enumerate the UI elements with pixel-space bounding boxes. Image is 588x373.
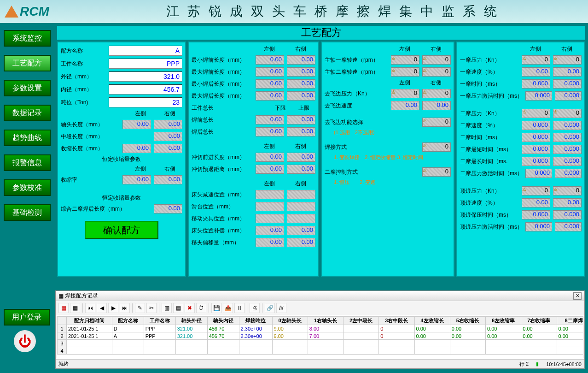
grid-cell[interactable] — [144, 347, 175, 355]
tb-prev-icon[interactable]: ◀ — [97, 303, 107, 313]
tb-pause-icon[interactable]: ⏸ — [234, 303, 245, 313]
param-val-l[interactable]: 0.000 — [522, 145, 550, 154]
grid-cell[interactable]: PPP — [144, 332, 175, 340]
grid-cell[interactable] — [343, 325, 379, 332]
tb-last-icon[interactable]: ⏭ — [120, 303, 130, 313]
login-button[interactable]: 用户登录 — [4, 309, 50, 326]
param-val-r[interactable]: 0.000 — [555, 91, 582, 101]
param-val-r[interactable]: 0.00 — [287, 91, 315, 101]
grid-cell[interactable] — [272, 347, 308, 355]
param-val-l[interactable]: 0.00 — [256, 238, 284, 247]
fly-func[interactable]: 0 — [422, 118, 451, 127]
grid-cell[interactable] — [112, 340, 144, 347]
param-val-l[interactable] — [256, 202, 284, 211]
param-val-l[interactable]: 0 — [522, 55, 550, 65]
tb-export-icon[interactable]: 📤 — [223, 303, 233, 313]
param-val-r[interactable] — [287, 202, 315, 211]
param-val-r[interactable]: 0 — [553, 186, 582, 195]
grid-header[interactable]: 工件名称 — [144, 317, 175, 325]
shrink-len-l[interactable]: 0.00 — [122, 144, 151, 153]
grid-header[interactable]: 4左收缩长 — [414, 317, 450, 325]
grid-cell[interactable]: 9.00 — [272, 325, 308, 332]
grid-cell[interactable] — [308, 340, 343, 347]
grid-cell[interactable] — [343, 332, 379, 340]
grid-cell[interactable] — [308, 347, 343, 355]
grid-header[interactable]: 轴头外径 — [175, 317, 207, 325]
grid-header[interactable]: 6左收缩率 — [486, 317, 521, 325]
grid-cell[interactable]: 2.30e+00 — [239, 325, 272, 332]
grid-header[interactable] — [58, 317, 67, 325]
tb-first-icon[interactable]: ⏮ — [85, 303, 95, 313]
spd1-l[interactable]: 0 — [391, 55, 419, 65]
param-val-l[interactable]: 0.00 — [256, 153, 284, 162]
grid-cell[interactable] — [521, 340, 557, 347]
grid-cell[interactable]: 2021-01-25 1 — [67, 332, 112, 340]
tb-cut-icon[interactable]: ✂ — [146, 303, 157, 313]
weld-mode[interactable]: 0 — [422, 142, 451, 152]
tb-edit-icon[interactable]: ✎ — [135, 303, 145, 313]
param-val-l[interactable]: 0.00 — [256, 79, 284, 89]
param-val-r[interactable]: 0.000 — [555, 222, 582, 231]
tb-del-icon[interactable]: ✖ — [185, 303, 195, 313]
param-val-r[interactable]: 0.000 — [553, 121, 582, 130]
grid-cell[interactable] — [486, 340, 521, 347]
grid-header[interactable]: 配方名称 — [112, 317, 144, 325]
grid-cell[interactable]: 0.00 — [414, 325, 450, 332]
grid-cell[interactable] — [414, 340, 450, 347]
power-button[interactable]: ⏻ — [14, 330, 36, 352]
param-val-r[interactable]: 0.00 — [287, 238, 315, 247]
grid-cell[interactable] — [486, 347, 521, 355]
param-val-r[interactable]: 0.00 — [287, 226, 315, 235]
grid-header[interactable]: 轴头内径 — [207, 317, 239, 325]
param-val-r[interactable]: 0.00 — [287, 153, 315, 162]
param-val-l[interactable]: 0 — [522, 186, 550, 195]
param-val-r[interactable]: 0 — [553, 55, 582, 65]
grid-header[interactable]: 配方归档时间 — [67, 317, 112, 325]
grid-cell[interactable] — [272, 340, 308, 347]
grid-cell[interactable] — [557, 340, 583, 347]
grid-cell[interactable]: 0 — [379, 325, 414, 332]
shrink-rate-r[interactable]: 0.00 — [154, 175, 182, 184]
param-val-r[interactable]: 0.000 — [555, 169, 582, 178]
grid-header[interactable]: 2左中段长 — [343, 317, 379, 325]
nav-calibrate[interactable]: 参数校准 — [4, 179, 51, 196]
outer-dia-input[interactable] — [109, 71, 182, 82]
param-val-r[interactable]: 0.00 — [287, 55, 315, 65]
grid-cell[interactable] — [379, 347, 414, 355]
table-row[interactable]: 3 — [58, 340, 584, 347]
grid-cell[interactable]: 2.30e+00 — [239, 332, 272, 340]
before-r[interactable]: 0.00 — [287, 115, 315, 124]
grid-cell[interactable]: 7.00 — [308, 332, 343, 340]
grid-cell[interactable]: 0.00 — [557, 332, 583, 340]
param-val-r[interactable] — [287, 214, 315, 223]
param-val-l[interactable]: 0.00 — [256, 91, 284, 101]
grid-cell[interactable] — [67, 347, 112, 355]
nav-data-record[interactable]: 数据记录 — [4, 105, 51, 121]
grid-cell[interactable]: 321.00 — [175, 332, 207, 340]
nav-basic-check[interactable]: 基础检测 — [4, 204, 51, 221]
param-val-r[interactable]: 0.000 — [553, 79, 582, 89]
after-l[interactable]: 0.00 — [256, 127, 284, 136]
grid-cell[interactable] — [343, 340, 379, 347]
grid-cell[interactable]: PPP — [144, 325, 175, 332]
grid-cell[interactable]: 0.00 — [450, 332, 485, 340]
nav-alarm[interactable]: 报警信息 — [4, 154, 51, 171]
nav-trend[interactable]: 趋势曲线 — [4, 130, 51, 146]
grid-cell[interactable]: 0.00 — [521, 332, 557, 340]
grid-cell[interactable]: 456.70 — [207, 325, 239, 332]
param-val-r[interactable] — [287, 190, 315, 199]
grid-header[interactable]: 0左轴头长 — [272, 317, 308, 325]
comp-r[interactable]: 0.00 — [154, 204, 182, 213]
tb-time-icon[interactable]: ⏱ — [196, 303, 206, 313]
grid-cell[interactable] — [207, 340, 239, 347]
grid-header[interactable]: 5右收缩长 — [450, 317, 485, 325]
param-val-l[interactable]: 0.00 — [256, 67, 284, 77]
work-name-input[interactable] — [109, 59, 182, 69]
after-r[interactable]: 0.00 — [287, 127, 315, 136]
close-icon[interactable]: ✕ — [573, 292, 582, 300]
spd2-r[interactable]: 0 — [422, 67, 451, 77]
nav-recipe[interactable]: 工艺配方 — [4, 55, 51, 71]
grid-header[interactable]: 7右收缩率 — [521, 317, 557, 325]
param-val-l[interactable]: 0.000 — [522, 79, 550, 89]
grid-cell[interactable]: A — [112, 332, 144, 340]
